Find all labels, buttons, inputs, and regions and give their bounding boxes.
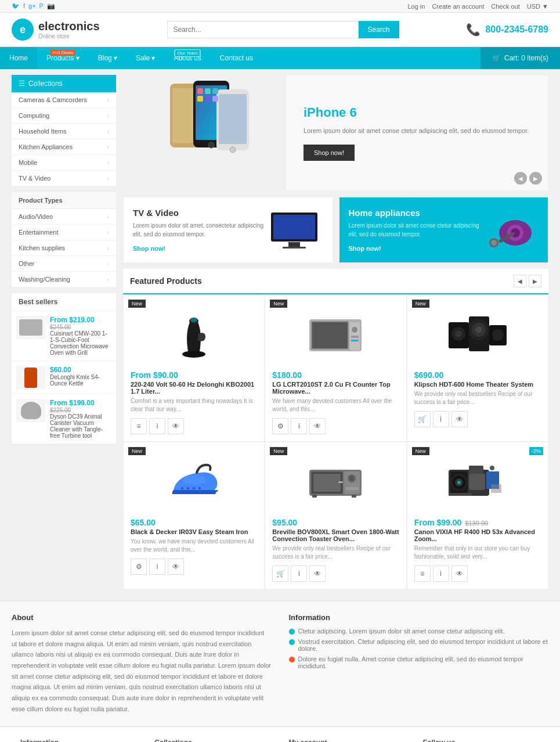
product-price-1: From $90.00	[131, 370, 257, 380]
sidebar-item-mobile[interactable]: Mobile ›	[12, 155, 116, 171]
svg-rect-58	[312, 495, 317, 498]
logo-text: electronics Online store	[38, 20, 100, 39]
sidebar-item-cameras[interactable]: Cameras & Camcorders ›	[12, 92, 116, 108]
product-name-1: 220-240 Volt 50-60 Hz Delonghi KBO2001 1…	[131, 381, 257, 395]
product-card-1: New From $90.00 220-240 Volt 50-60 Hz De…	[123, 294, 265, 442]
footer-info-title: Information	[289, 613, 549, 622]
logo[interactable]: e electronics Online store	[12, 19, 100, 41]
header: e electronics Online store Search 📞 800-…	[0, 13, 560, 47]
product-action-info-1[interactable]: i	[149, 418, 165, 434]
sidebar-type-audio[interactable]: Audio/Video ›	[12, 209, 116, 225]
bestsellers-header: Best sellers	[12, 293, 116, 311]
arrow-icon: ›	[107, 229, 109, 236]
product-action-list-1[interactable]: ≡	[131, 418, 147, 434]
product-action-view-1[interactable]: 👁	[168, 418, 184, 434]
login-link[interactable]: Log in	[407, 3, 425, 10]
promo-appliances-btn[interactable]: Shop now!	[349, 245, 381, 252]
twitter-icon[interactable]: 🐦	[12, 2, 20, 10]
hero-prev-button[interactable]: ◀	[514, 172, 527, 185]
product-action-view-5[interactable]: 👁	[309, 565, 326, 582]
product-price-5: $95.00	[272, 518, 399, 527]
search-input[interactable]	[167, 21, 359, 38]
product-action-view-4[interactable]: 👁	[168, 559, 184, 575]
svg-rect-57	[338, 481, 343, 483]
bestseller-2[interactable]: $60.00 DeLonghi Kmix S4-Ounce Kettle	[12, 361, 116, 394]
footer-information: Information Ctetur adipiscing. Lorem ips…	[289, 613, 549, 715]
featured-prev-btn[interactable]: ◀	[514, 275, 526, 287]
svg-point-45	[181, 487, 183, 489]
collections-header: ☰ Collections	[12, 75, 116, 92]
svg-rect-52	[313, 474, 341, 492]
product-img-6	[414, 449, 541, 513]
product-actions-2: ⚙ i 👁	[272, 418, 399, 434]
bestseller-img-1	[16, 316, 45, 339]
svg-point-24	[491, 240, 497, 246]
sidebar-type-other[interactable]: Other ›	[12, 256, 116, 272]
product-action-settings-2[interactable]: ⚙	[272, 418, 288, 434]
product-name-5: Breville BOV800XL Smart Oven 1800-Watt C…	[272, 528, 399, 542]
nav-about[interactable]: Our Team About us	[164, 47, 210, 69]
currency-selector[interactable]: USD ▼	[527, 3, 548, 10]
sidebar-item-tv[interactable]: TV & Video ›	[12, 171, 116, 186]
hero-shop-button[interactable]: Shop now!	[304, 145, 355, 161]
product-action-info-3[interactable]: i	[433, 411, 449, 427]
pinterest-icon[interactable]: P	[39, 2, 44, 10]
product-desc-5: We provide only real bestsellers Recipe …	[272, 545, 399, 561]
product-badge-2: New	[270, 300, 287, 308]
product-action-cart-5[interactable]: 🛒	[272, 565, 288, 582]
nav-home[interactable]: Home	[0, 47, 37, 69]
product-action-info-2[interactable]: i	[291, 418, 307, 434]
create-account-link[interactable]: Create an account	[432, 3, 484, 10]
product-action-info-6[interactable]: i	[433, 565, 449, 582]
promo-appliances: Home appliances Lorem ipsum dolor sit am…	[339, 197, 549, 263]
bestseller-3[interactable]: From $199.00 $225.00 Dyson DC39 Animal C…	[12, 394, 116, 444]
product-action-info-4[interactable]: i	[149, 559, 165, 575]
featured-next-btn[interactable]: ▶	[529, 275, 541, 287]
product-action-view-6[interactable]: 👁	[451, 565, 468, 582]
products-grid: New From $90.00 220-240 Volt 50-60 Hz De…	[123, 294, 548, 589]
logo-name: electronics	[38, 20, 100, 33]
hero-next-button[interactable]: ▶	[529, 172, 542, 185]
instagram-icon[interactable]: 📷	[47, 2, 55, 10]
svg-rect-56	[345, 487, 359, 490]
bestseller-1[interactable]: From $219.00 $245.00 Cuisinart CMW-200 1…	[12, 311, 116, 361]
svg-rect-67	[469, 474, 485, 490]
hero-text: iPhone 6 Lorem ipsum dolor sit amet cons…	[286, 88, 548, 179]
product-desc-3: We provide only real bestsellers Recipe …	[414, 390, 541, 406]
sidebar-item-household[interactable]: Household Items ›	[12, 124, 116, 139]
product-name-2: LG LCRT2010ST 2.0 Cu Ft Counter Top Micr…	[272, 381, 399, 395]
promo-appliances-text: Home appliances Lorem ipsum dolor sit am…	[349, 208, 481, 253]
nav-products[interactable]: Hot Deals Products ▾	[37, 47, 89, 69]
arrow-icon: ›	[107, 245, 109, 251]
product-action-view-3[interactable]: 👁	[451, 411, 468, 427]
nav-sale[interactable]: Sale ▾	[127, 47, 164, 69]
googleplus-icon[interactable]: g+	[28, 2, 36, 10]
checkout-link[interactable]: Check out	[491, 3, 520, 10]
arrow-icon: ›	[107, 128, 109, 135]
product-action-view-2[interactable]: 👁	[309, 418, 326, 434]
product-action-settings-4[interactable]: ⚙	[131, 559, 147, 575]
search-button[interactable]: Search	[359, 21, 399, 38]
svg-point-41	[455, 330, 462, 337]
facebook-icon[interactable]: f	[23, 2, 25, 10]
product-img-5	[272, 449, 399, 513]
product-card-5: New	[265, 442, 406, 589]
sidebar-type-kitchen[interactable]: Kitchen supplies ›	[12, 240, 116, 256]
nav-contact[interactable]: Contact us	[211, 47, 262, 69]
product-badge-4: New	[128, 447, 146, 455]
promo-tv-btn[interactable]: Shop now!	[133, 245, 165, 252]
main-content: iPhone 6 Lorem ipsum dolor sit amet cons…	[123, 75, 548, 589]
featured-products-section: Featured Products ◀ ▶ New	[123, 269, 548, 589]
cart-button[interactable]: 🛒 Cart: 0 item(s)	[480, 47, 560, 69]
sidebar-item-kitchen[interactable]: Kitchen Appliances ›	[12, 139, 116, 155]
product-action-cart-3[interactable]: 🛒	[414, 411, 431, 427]
sidebar-item-computing[interactable]: Computing ›	[12, 108, 116, 124]
arrow-icon: ›	[107, 113, 109, 119]
product-action-list-6[interactable]: ≡	[414, 565, 431, 582]
menu-icon: ☰	[19, 80, 25, 88]
nav-blog[interactable]: Blog ▾	[89, 47, 127, 69]
product-action-info-5[interactable]: i	[291, 565, 307, 582]
sidebar-type-washing[interactable]: Washing/Cleaning ›	[12, 272, 116, 287]
product-badge-5: New	[270, 447, 287, 455]
sidebar-type-entertainment[interactable]: Entertainment ›	[12, 225, 116, 240]
